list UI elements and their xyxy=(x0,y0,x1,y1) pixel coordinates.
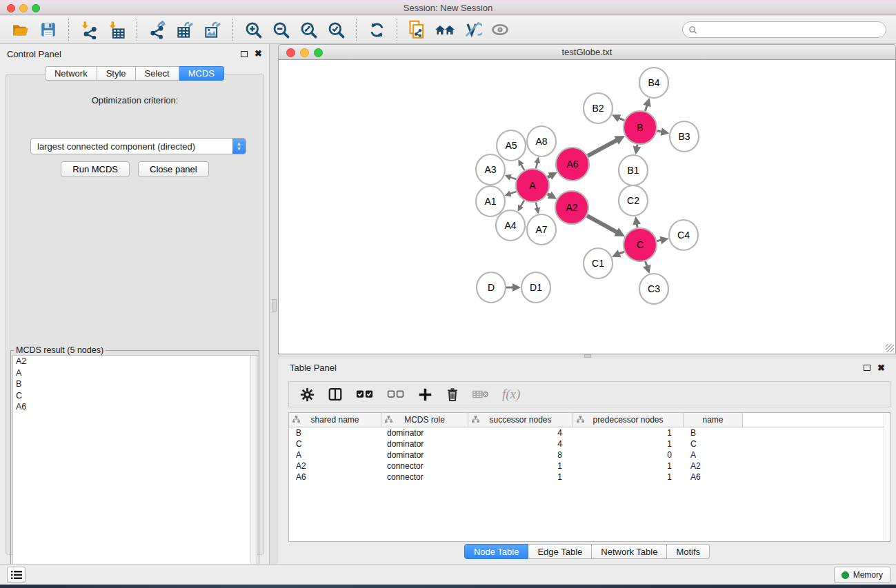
network-window-titlebar[interactable]: testGlobe.txt xyxy=(278,44,896,60)
tab-node-table[interactable]: Node Table xyxy=(464,544,529,559)
import-network-button[interactable] xyxy=(77,18,101,41)
zoom-window-button[interactable] xyxy=(32,4,40,12)
mcds-result-list[interactable]: A2ABCA6 xyxy=(12,355,257,580)
create-column-button[interactable] xyxy=(418,387,432,402)
table-row-A6[interactable]: A6connector11A6 xyxy=(289,472,890,483)
resize-grip[interactable] xyxy=(886,344,894,352)
tab-network[interactable]: Network xyxy=(45,66,97,81)
graph-edge-A-A2[interactable] xyxy=(548,192,557,199)
show-columns-button[interactable] xyxy=(328,387,343,402)
network-overview-button[interactable] xyxy=(406,18,429,41)
float-panel-icon[interactable] xyxy=(241,51,248,57)
cell-shared_name[interactable]: C xyxy=(289,439,381,449)
network-minimize-button[interactable] xyxy=(300,48,309,57)
delete-column-button[interactable] xyxy=(446,387,459,402)
cell-successor_nodes[interactable]: 1 xyxy=(468,461,573,471)
tab-mcds[interactable]: MCDS xyxy=(179,66,224,81)
criterion-select[interactable]: largest connected component (directed) ▲… xyxy=(30,138,246,154)
cell-shared_name[interactable]: A2 xyxy=(289,461,381,471)
graph-node-A1[interactable]: A1 xyxy=(476,186,505,216)
table-settings-button[interactable] xyxy=(300,387,315,402)
zoom-out-button[interactable] xyxy=(269,18,292,41)
graph-edge-A2-C[interactable] xyxy=(587,216,625,236)
delete-table-button[interactable] xyxy=(472,389,489,400)
graph-edge-A-A5[interactable] xyxy=(518,159,524,170)
vertical-splitter-handle[interactable] xyxy=(272,299,277,312)
search-field[interactable] xyxy=(682,21,886,38)
table-scrollbar[interactable] xyxy=(884,413,890,541)
result-item-c[interactable]: C xyxy=(13,390,257,402)
network-graph[interactable]: B4B2BB3A5A8A6B1A3AA1C2A2A4A7C4CC1DD1C3 xyxy=(279,60,895,354)
graph-node-B3[interactable]: B3 xyxy=(670,121,699,152)
graph-edge-A-A6[interactable] xyxy=(548,172,557,180)
graph-node-B[interactable]: B xyxy=(624,111,657,144)
graph-node-A[interactable]: A xyxy=(516,169,549,202)
result-scrollbar[interactable] xyxy=(250,356,257,579)
cell-shared_name[interactable]: A xyxy=(289,450,381,460)
deselect-all-button[interactable] xyxy=(387,389,405,400)
graph-node-D1[interactable]: D1 xyxy=(521,272,550,303)
graph-edge-C-C4[interactable] xyxy=(657,236,668,245)
close-panel-button[interactable]: Close panel xyxy=(138,161,209,177)
import-table-button[interactable] xyxy=(105,18,128,41)
close-window-button[interactable] xyxy=(7,4,15,12)
export-image-button[interactable] xyxy=(201,18,224,41)
cell-successor_nodes[interactable]: 1 xyxy=(468,472,573,482)
cell-predecessor_nodes[interactable]: 1 xyxy=(573,439,684,449)
search-input[interactable] xyxy=(697,23,886,37)
graph-edge-D-D1[interactable] xyxy=(506,283,521,292)
zoom-fit-button[interactable] xyxy=(297,18,320,41)
graph-node-B4[interactable]: B4 xyxy=(639,68,668,98)
graph-node-D[interactable]: D xyxy=(477,272,506,303)
cell-predecessor_nodes[interactable]: 1 xyxy=(573,461,684,471)
graph-node-A6[interactable]: A6 xyxy=(556,148,589,181)
graph-edge-A6-B[interactable] xyxy=(588,136,625,156)
zoom-selected-button[interactable] xyxy=(324,18,348,41)
table-row-C[interactable]: Cdominator41C xyxy=(289,438,890,449)
save-session-button[interactable] xyxy=(37,18,60,41)
cell-name[interactable]: A6 xyxy=(684,472,743,482)
graph-node-A3[interactable]: A3 xyxy=(476,154,505,185)
cell-mcds_role[interactable]: connector xyxy=(381,472,468,482)
graph-node-C2[interactable]: C2 xyxy=(619,185,648,216)
graph-node-C[interactable]: C xyxy=(624,228,657,261)
cell-predecessor_nodes[interactable]: 0 xyxy=(573,450,684,460)
table-row-B[interactable]: Bdominator41B xyxy=(289,427,890,438)
tab-motifs[interactable]: Motifs xyxy=(667,544,710,559)
cell-name[interactable]: C xyxy=(684,439,743,449)
cell-successor_nodes[interactable]: 4 xyxy=(468,428,573,438)
graph-node-A4[interactable]: A4 xyxy=(496,210,525,241)
task-history-button[interactable] xyxy=(7,567,26,583)
select-all-button[interactable] xyxy=(356,389,374,400)
cell-name[interactable]: A xyxy=(684,450,743,460)
graph-edge-A-A4[interactable] xyxy=(518,201,524,212)
cell-predecessor_nodes[interactable]: 1 xyxy=(573,472,684,482)
graph-edge-A-A7[interactable] xyxy=(534,202,540,214)
result-item-a2[interactable]: A2 xyxy=(13,356,257,367)
show-graphics-button[interactable] xyxy=(488,18,512,41)
graph-edge-C-C3[interactable] xyxy=(643,261,650,274)
graph-node-C3[interactable]: C3 xyxy=(639,274,668,304)
cell-mcds_role[interactable]: dominator xyxy=(381,439,468,449)
result-item-a[interactable]: A xyxy=(13,367,257,379)
cell-name[interactable]: B xyxy=(684,428,743,438)
cell-mcds_role[interactable]: dominator xyxy=(381,428,468,438)
zoom-in-button[interactable] xyxy=(241,18,265,41)
tab-style[interactable]: Style xyxy=(97,66,136,81)
column-header-predecessor-nodes[interactable]: predecessor nodes xyxy=(573,413,684,427)
refresh-layout-button[interactable] xyxy=(365,18,388,41)
close-panel-icon[interactable]: ✖ xyxy=(877,365,885,372)
memory-button[interactable]: Memory xyxy=(834,567,890,583)
home-network-button[interactable] xyxy=(433,18,457,41)
hide-details-button[interactable] xyxy=(461,18,484,41)
graph-edge-B-B1[interactable] xyxy=(633,145,641,155)
graph-node-A7[interactable]: A7 xyxy=(527,214,556,245)
column-header-successor-nodes[interactable]: successor nodes xyxy=(468,413,573,427)
run-mcds-button[interactable]: Run MCDS xyxy=(61,161,130,177)
tab-edge-table[interactable]: Edge Table xyxy=(528,544,592,559)
graph-edge-A-A1[interactable] xyxy=(505,190,517,196)
graph-edge-B-B3[interactable] xyxy=(657,128,669,136)
horizontal-splitter-handle[interactable] xyxy=(584,354,591,358)
float-panel-icon[interactable] xyxy=(864,365,870,371)
tab-network-table[interactable]: Network Table xyxy=(592,544,667,559)
